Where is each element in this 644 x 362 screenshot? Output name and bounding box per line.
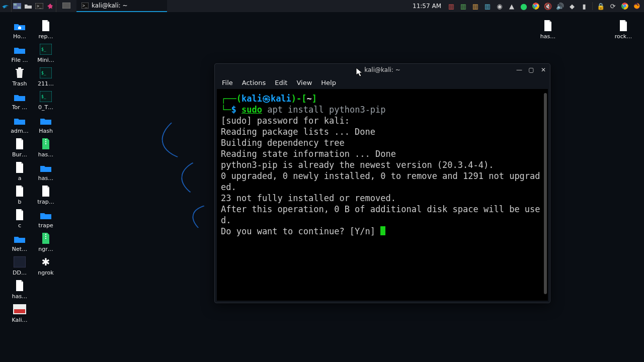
tray-doc-4-icon[interactable]: ▥ [484,2,492,10]
desktop-icon-label: trape [38,222,53,229]
desktop-icon[interactable]: has… [33,161,58,182]
desktop-icon-label: c [18,222,21,229]
panel-tray: 11:57 AM ▥ ▥ ▥ ▥ ◉ ▲ ● 🔇 🔊 ◆ ▮ 🔒 ⟳ [413,2,644,10]
desktop-icon-label: DD… [13,269,27,276]
desktop-icon-glyph [38,114,54,127]
task-other-window[interactable] [56,0,76,12]
desktop-icon-glyph [38,232,54,245]
desktop-icon-glyph [38,185,54,198]
terminal-window[interactable]: kali@kali: ~ — ▢ ✕ File Actions Edit Vie… [214,63,550,303]
desktop-icon-glyph [38,19,54,32]
tray-doc-3-icon[interactable]: ▥ [471,2,479,10]
desktop-icon-label: Mini… [37,57,54,63]
desktop-icon[interactable]: c [7,208,32,229]
desktop-icon[interactable]: trap… [33,185,58,205]
desktop-icon-label: Hash [39,128,53,134]
desktop-icon-glyph: $_ [38,66,54,79]
desktop-icon-label: rep… [38,33,53,40]
screenshot-icon[interactable] [45,0,56,12]
desktop-icons-right: has…rock… [535,19,636,40]
minimize-button[interactable]: — [516,66,523,73]
menu-edit[interactable]: Edit [275,79,287,86]
tray-firefox-icon[interactable] [633,2,641,10]
desktop-icon[interactable]: $_Mini… [33,43,58,63]
desktop-icon-label: ngrok [38,269,53,276]
desktop-icon[interactable]: has… [33,137,58,158]
desktop-icon[interactable]: Kali… [7,303,32,323]
desktop-icon-glyph [38,137,54,150]
desktop-icon-label: Tor … [12,104,28,111]
file-manager-icon[interactable] [23,0,34,12]
desktop-icon[interactable]: has… [7,279,32,300]
desktop-icon[interactable]: b [7,185,32,205]
tray-chrome-icon[interactable] [532,2,540,10]
desktop-icon-label: adm… [11,128,28,134]
start-menu-icon[interactable] [0,0,11,12]
tray-mute-icon[interactable]: 🔇 [544,2,552,10]
task-terminal[interactable]: >_ kali@kali: ~ [76,0,167,12]
menu-view[interactable]: View [296,79,312,86]
panel-clock[interactable]: 11:57 AM [413,3,441,10]
desktop-icon-glyph [12,43,28,56]
desktop-icon[interactable]: Net… [7,232,32,252]
desktop-icon[interactable]: rep… [33,19,58,40]
svg-text:$_: $_ [41,47,46,52]
tray-lock-icon[interactable]: 🔒 [597,2,605,10]
tray-chrome2-icon[interactable] [621,2,629,10]
tray-notifications-icon[interactable]: ◆ [568,2,576,10]
menu-actions[interactable]: Actions [242,79,266,86]
desktop-icon[interactable]: ngr… [33,232,58,252]
desktop-icon[interactable]: DD… [7,255,32,276]
svg-text:>_: >_ [83,4,88,8]
desktop-icon[interactable]: rock… [611,19,636,40]
desktop-icon[interactable]: $_211… [33,66,58,87]
tray-wifi-icon[interactable]: ▲ [508,2,516,10]
desktop-icon[interactable]: has… [535,19,560,40]
desktop-icon-glyph [12,255,28,268]
desktop[interactable]: Ho…rep…File …$_Mini…Trash$_211…Tor …$_0_… [0,12,644,362]
menu-help[interactable]: Help [321,79,336,86]
menu-file[interactable]: File [222,79,233,86]
terminal-titlebar[interactable]: kali@kali: ~ — ▢ ✕ [215,64,550,76]
desktop-icon-label: has… [12,293,27,300]
terminal-scrollbar[interactable] [544,93,547,294]
desktop-icon[interactable]: ✱ngrok [33,255,58,276]
terminal-cursor [380,226,385,235]
desktop-icon-label: File … [12,57,28,63]
tray-power-icon[interactable]: ⟳ [609,2,617,10]
desktop-icon-glyph [540,19,556,32]
desktop-icon-glyph [12,185,28,198]
desktop-icons-left: Ho…rep…File …$_Mini…Trash$_211…Tor …$_0_… [7,19,58,323]
terminal-output[interactable]: ┌──(kali㉿kali)-[~] └─$ sudo apt install … [217,89,548,241]
desktop-icon[interactable]: trape [33,208,58,229]
desktop-icon[interactable]: $_0_T… [33,90,58,111]
desktop-icon[interactable]: Ho… [7,19,32,40]
desktop-icon-label: 211… [38,80,54,87]
desktop-icon-label: b [18,199,22,205]
desktop-icon-glyph [615,19,631,32]
desktop-icon[interactable]: Hash [33,114,58,134]
maximize-button[interactable]: ▢ [528,66,535,73]
terminal-launcher-icon[interactable]: >_ [34,0,45,12]
desktop-icon-glyph [12,90,28,103]
tray-battery-icon[interactable]: ▮ [580,2,588,10]
tray-volume-icon[interactable]: 🔊 [556,2,564,10]
desktop-icon[interactable]: File … [7,43,32,63]
desktop-icon-glyph [38,208,54,221]
desktop-icon[interactable]: Bur… [7,137,32,158]
close-button[interactable]: ✕ [540,66,547,73]
tray-doc-2-icon[interactable]: ▥ [459,2,467,10]
desktop-icon[interactable]: Trash [7,66,32,87]
desktop-icon[interactable]: adm… [7,114,32,134]
tray-chat-icon[interactable]: ● [520,2,528,10]
desktop-icon-label: Ho… [13,33,26,40]
terminal-icon: >_ [82,3,89,9]
workspace-switcher-icon[interactable] [12,0,23,12]
desktop-icon[interactable]: a [7,161,32,182]
desktop-icon-label: ngr… [38,246,53,252]
desktop-icon[interactable]: Tor … [7,90,32,111]
tray-doc-1-icon[interactable]: ▥ [447,2,455,10]
tray-camera-icon[interactable]: ◉ [496,2,504,10]
desktop-icon-label: rock… [615,33,632,40]
terminal-body[interactable]: ┌──(kali㉿kali)-[~] └─$ sudo apt install … [217,89,548,301]
